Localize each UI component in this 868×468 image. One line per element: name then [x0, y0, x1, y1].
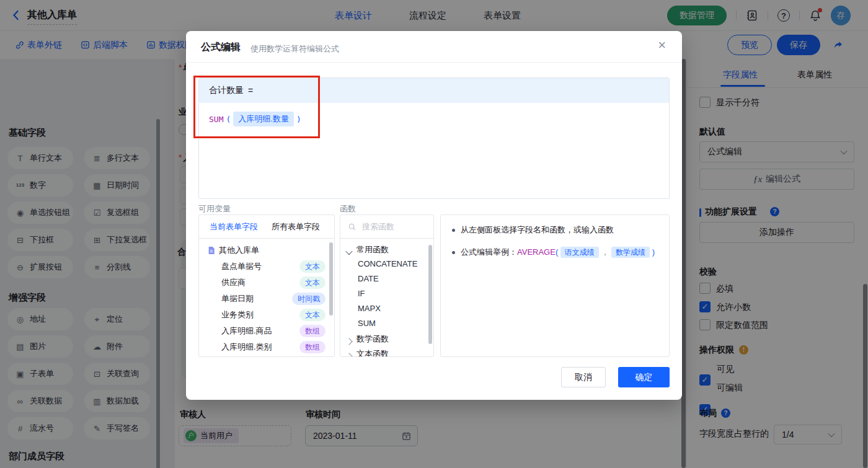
variable-row[interactable]: 供应商文本 [199, 275, 334, 291]
functions-scrollbar[interactable] [428, 245, 432, 344]
function-item[interactable]: DATE [358, 274, 379, 283]
cancel-button[interactable]: 取消 [561, 367, 606, 387]
type-badge: 文本 [299, 309, 326, 321]
chevron-right-icon[interactable] [347, 350, 352, 357]
form-doc-icon [208, 246, 215, 255]
functions-section-label: 函数 [340, 203, 356, 214]
function-group-common[interactable]: 常用函数 [356, 244, 389, 255]
function-group-math[interactable]: 数学函数 [356, 333, 389, 345]
function-item[interactable]: IF [358, 289, 365, 298]
function-search-input[interactable] [361, 221, 425, 232]
confirm-button[interactable]: 确定 [618, 367, 670, 387]
type-badge: 数组 [299, 325, 326, 337]
modal-title: 公式编辑 [201, 41, 241, 54]
type-badge: 文本 [299, 276, 326, 289]
example-function-name: AVERAGE [517, 247, 556, 257]
tab-all-form-fields[interactable]: 所有表单字段 [272, 221, 320, 232]
search-icon [348, 223, 356, 231]
type-badge: 数组 [299, 341, 326, 353]
function-search-row [340, 215, 433, 239]
close-icon[interactable]: × [658, 38, 666, 52]
variables-section-label: 可用变量 [198, 203, 231, 214]
variable-tree-root[interactable]: 其他入库单 [199, 242, 334, 258]
chevron-down-icon[interactable] [347, 246, 352, 257]
annotation-highlight-box [193, 76, 320, 138]
chevron-right-icon[interactable] [347, 335, 352, 347]
variable-row[interactable]: 入库明细.类别数组 [199, 339, 334, 355]
function-group-text[interactable]: 文本函数 [356, 348, 389, 357]
function-item[interactable]: MAPX [358, 304, 381, 313]
variable-row[interactable]: 入库明细.商品数组 [199, 323, 334, 339]
variable-root-label: 其他入库单 [219, 245, 259, 256]
divider [186, 62, 682, 63]
variable-row[interactable]: 单据日期时间戳 [199, 291, 334, 307]
variable-row[interactable]: 业务类别文本 [199, 307, 334, 323]
variables-tabs: 当前表单字段 所有表单字段 [199, 215, 334, 239]
function-item[interactable]: CONCATENATE [358, 259, 417, 268]
tip-item: 公式编辑举例：AVERAGE( 语文成绩 ， 数学成绩 ) [452, 246, 658, 258]
type-badge: 文本 [299, 260, 326, 273]
function-item[interactable]: SUM [358, 319, 376, 328]
variable-row[interactable]: 盘点单据号文本 [199, 258, 334, 275]
tip-item: 从左侧面板选择字段名和函数，或输入函数 [452, 224, 658, 236]
type-badge: 时间戳 [292, 293, 326, 305]
example-field-chip: 数学成绩 [611, 247, 650, 258]
bullet-icon [452, 229, 455, 232]
tip-example: 公式编辑举例：AVERAGE( 语文成绩 ， 数学成绩 ) [461, 246, 655, 258]
tips-panel: 从左侧面板选择字段名和函数，或输入函数 公式编辑举例：AVERAGE( 语文成绩… [440, 214, 670, 357]
functions-panel: 常用函数 CONCATENATE DATE IF MAPX SUM 数学函数 文… [340, 214, 434, 357]
tip-text: 从左侧面板选择字段名和函数，或输入函数 [461, 224, 614, 236]
variables-scrollbar[interactable] [329, 242, 333, 316]
example-field-chip: 语文成绩 [560, 247, 599, 258]
modal-subtitle: 使用数学运算符编辑公式 [250, 43, 339, 55]
tab-current-form-fields[interactable]: 当前表单字段 [210, 221, 258, 232]
bullet-icon [452, 251, 455, 254]
app-window: 其他入库单 表单设计 流程设定 表单设置 数据管理 ? [0, 0, 868, 468]
variables-panel: 当前表单字段 所有表单字段 其他入库单 盘点单据号文本 供应商文本 单据日期时间… [198, 214, 335, 357]
